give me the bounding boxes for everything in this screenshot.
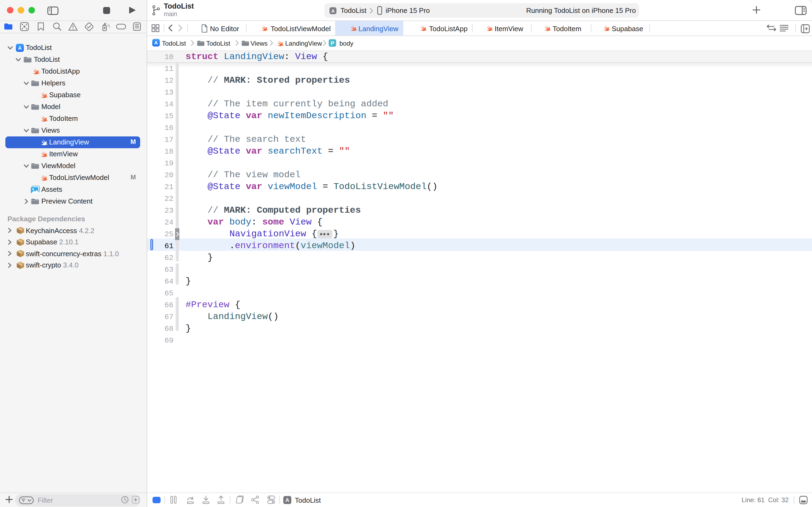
svg-text:A: A xyxy=(331,8,335,13)
svg-text:A: A xyxy=(285,497,289,503)
svg-text:A: A xyxy=(154,40,158,46)
svg-text:A: A xyxy=(18,45,22,51)
